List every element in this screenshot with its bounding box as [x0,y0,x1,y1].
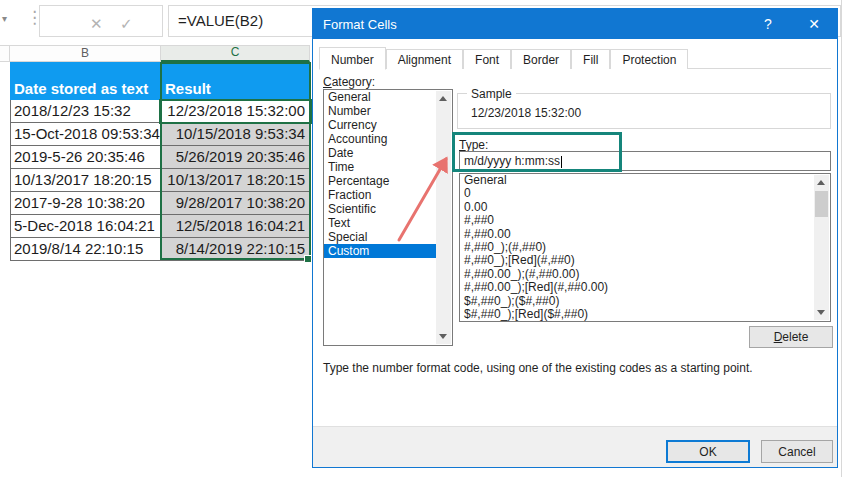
ok-button-label: OK [699,445,716,459]
category-item-time[interactable]: Time [324,160,436,174]
cell-c7[interactable]: 12/5/2018 16:04:21 [161,215,310,238]
cell-c4[interactable]: 5/26/2019 20:35:46 [161,146,310,169]
cancel-button[interactable]: Cancel [761,440,833,463]
format-code-item[interactable]: 0 [460,187,814,200]
cell-b5[interactable]: 10/13/2017 18:20:15 [10,169,161,192]
scroll-down-icon[interactable] [817,310,825,315]
scroll-up-icon[interactable] [817,180,825,185]
tab-protection[interactable]: Protection [610,49,688,69]
type-input[interactable]: m/d/yyyy h:mm:ss [459,151,831,171]
format-codes-scrollbar[interactable] [814,175,829,320]
sample-label: Sample [467,87,516,101]
ok-button[interactable]: OK [666,440,750,463]
header-cell-date-stored-as-text[interactable]: Date stored as text [10,62,161,100]
pane-divider [841,0,842,477]
format-codes-listbox[interactable]: General 0 0.00 #,##0 #,##0.00 #,##0_);(#… [459,173,831,322]
category-item-special[interactable]: Special [324,230,436,244]
tab-alignment[interactable]: Alignment [386,49,463,69]
delete-button-label: Delete [774,330,809,344]
scroll-up-icon[interactable] [439,96,447,101]
scrollbar-thumb[interactable] [815,191,828,217]
close-icon[interactable]: ✕ [791,9,837,39]
type-input-value: m/d/yyyy h:mm:ss [464,154,560,168]
cell-c6[interactable]: 9/28/2017 10:38:20 [161,192,310,215]
category-item-general[interactable]: General [324,90,436,104]
tab-border[interactable]: Border [511,49,571,69]
cell-c2-active[interactable]: 12/23/2018 15:32:00 [161,100,310,123]
format-code-item[interactable]: #,##0.00_);(#,##0.00) [460,268,814,281]
confirm-entry-icon[interactable]: ✓ [120,15,133,33]
cell-b7[interactable]: 5-Dec-2018 16:04:21 [10,215,161,238]
category-label: Category: [323,75,375,89]
category-listbox[interactable]: General Number Currency Accounting Date … [323,89,453,346]
delete-button[interactable]: Delete [749,326,833,348]
category-item-percentage[interactable]: Percentage [324,174,436,188]
category-item-number[interactable]: Number [324,104,436,118]
format-cells-dialog: Format Cells ? ✕ Number Alignment Font B… [312,8,838,468]
format-code-item[interactable]: #,##0 [460,214,814,227]
scroll-down-icon[interactable] [439,334,447,339]
format-code-item[interactable]: General [460,174,814,187]
format-code-item[interactable]: 0.00 [460,201,814,214]
tab-font[interactable]: Font [463,49,511,69]
cell-c8[interactable]: 8/14/2019 22:10:15 [161,238,310,261]
column-header-c[interactable]: C [161,45,310,62]
text-caret [561,156,562,168]
cell-b3[interactable]: 15-Oct-2018 09:53:34 [10,123,161,146]
dialog-title: Format Cells [313,17,745,32]
cell-b2[interactable]: 2018/12/23 15:32 [10,100,161,123]
format-code-item[interactable]: $#,##0_);[Red]($#,##0) [460,308,814,321]
format-code-item[interactable]: #,##0.00_);[Red](#,##0.00) [460,281,814,294]
cell-c5[interactable]: 10/13/2017 18:20:15 [161,169,310,192]
cancel-entry-icon[interactable]: ✕ [90,15,103,33]
header-cell-result[interactable]: Result [161,62,310,100]
category-scrollbar[interactable] [436,91,451,344]
category-item-custom-selected[interactable]: Custom [324,244,436,258]
column-header-b[interactable]: B [10,45,161,62]
dialog-help-text: Type the number format code, using one o… [323,361,833,375]
type-label: Type: [459,138,488,152]
cell-b4[interactable]: 2019-5-26 20:35:46 [10,146,161,169]
format-code-item[interactable]: #,##0_);[Red](#,##0) [460,254,814,267]
format-code-item[interactable]: #,##0_);(#,##0) [460,241,814,254]
cell-c3[interactable]: 10/15/2018 9:53:34 [161,123,310,146]
tab-fill[interactable]: Fill [571,49,610,69]
name-box-caret-icon[interactable]: ▾ [2,13,7,24]
excel-window: ▾ ⋮ ✕ ✓ fx =VALUE(B2) B C Date stored as… [0,0,847,477]
category-item-text[interactable]: Text [324,216,436,230]
cancel-button-label: Cancel [778,445,815,459]
format-code-item[interactable]: $#,##0_);($#,##0) [460,295,814,308]
category-item-scientific[interactable]: Scientific [324,202,436,216]
category-item-currency[interactable]: Currency [324,118,436,132]
sample-value: 12/23/2018 15:32:00 [471,106,581,120]
cell-b6[interactable]: 2017-9-28 10:38:20 [10,192,161,215]
tabstrip: Number Alignment Font Border Fill Protec… [319,46,831,69]
cell-b8[interactable]: 2019/8/14 22:10:15 [10,238,161,261]
column-header-stub [0,45,10,62]
category-item-date[interactable]: Date [324,146,436,160]
category-item-fraction[interactable]: Fraction [324,188,436,202]
formula-buttons-group: ✕ ✓ fx [39,5,163,37]
fill-handle[interactable] [304,255,312,263]
category-item-accounting[interactable]: Accounting [324,132,436,146]
dialog-footer [313,426,837,467]
format-code-item[interactable]: #,##0.00 [460,228,814,241]
tab-number[interactable]: Number [319,47,386,70]
help-icon[interactable]: ? [745,9,791,39]
dialog-titlebar: Format Cells ? ✕ [313,9,837,39]
